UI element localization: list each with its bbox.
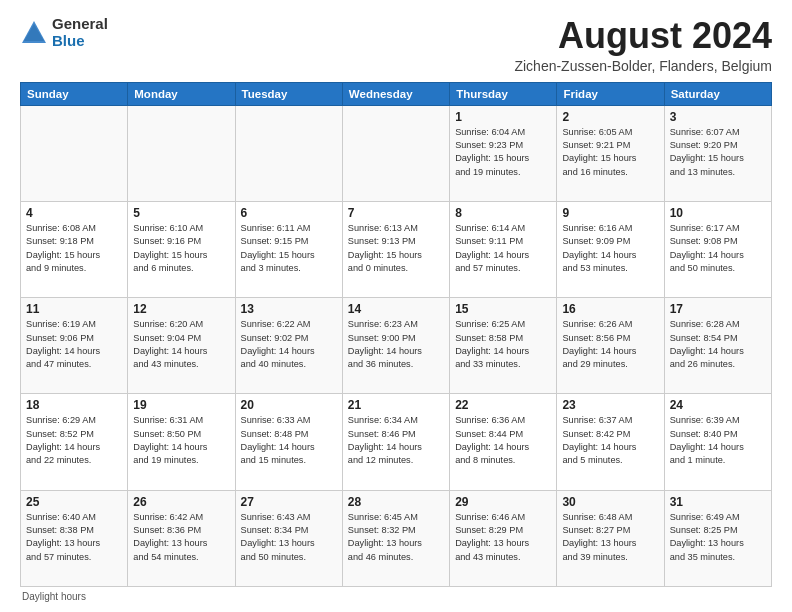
table-cell: 21Sunrise: 6:34 AM Sunset: 8:46 PM Dayli… (342, 394, 449, 490)
day-info: Sunrise: 6:23 AM Sunset: 9:00 PM Dayligh… (348, 318, 444, 371)
day-number: 9 (562, 206, 658, 220)
page: General Blue August 2024 Zichen-Zussen-B… (0, 0, 792, 612)
table-cell: 18Sunrise: 6:29 AM Sunset: 8:52 PM Dayli… (21, 394, 128, 490)
day-info: Sunrise: 6:10 AM Sunset: 9:16 PM Dayligh… (133, 222, 229, 275)
col-friday: Friday (557, 82, 664, 105)
table-cell (342, 105, 449, 201)
day-number: 26 (133, 495, 229, 509)
table-cell: 4Sunrise: 6:08 AM Sunset: 9:18 PM Daylig… (21, 201, 128, 297)
day-info: Sunrise: 6:43 AM Sunset: 8:34 PM Dayligh… (241, 511, 337, 564)
day-info: Sunrise: 6:29 AM Sunset: 8:52 PM Dayligh… (26, 414, 122, 467)
table-cell: 8Sunrise: 6:14 AM Sunset: 9:11 PM Daylig… (450, 201, 557, 297)
day-number: 5 (133, 206, 229, 220)
logo-blue-text: Blue (52, 32, 85, 49)
title-block: August 2024 Zichen-Zussen-Bolder, Flande… (514, 16, 772, 74)
table-cell: 29Sunrise: 6:46 AM Sunset: 8:29 PM Dayli… (450, 490, 557, 586)
day-info: Sunrise: 6:20 AM Sunset: 9:04 PM Dayligh… (133, 318, 229, 371)
day-number: 22 (455, 398, 551, 412)
table-cell: 10Sunrise: 6:17 AM Sunset: 9:08 PM Dayli… (664, 201, 771, 297)
month-title: August 2024 (514, 16, 772, 56)
day-info: Sunrise: 6:07 AM Sunset: 9:20 PM Dayligh… (670, 126, 766, 179)
day-info: Sunrise: 6:08 AM Sunset: 9:18 PM Dayligh… (26, 222, 122, 275)
day-number: 30 (562, 495, 658, 509)
table-cell: 16Sunrise: 6:26 AM Sunset: 8:56 PM Dayli… (557, 298, 664, 394)
day-number: 28 (348, 495, 444, 509)
table-cell: 14Sunrise: 6:23 AM Sunset: 9:00 PM Dayli… (342, 298, 449, 394)
col-saturday: Saturday (664, 82, 771, 105)
day-info: Sunrise: 6:14 AM Sunset: 9:11 PM Dayligh… (455, 222, 551, 275)
logo-general-text: General (52, 15, 108, 32)
table-cell: 19Sunrise: 6:31 AM Sunset: 8:50 PM Dayli… (128, 394, 235, 490)
day-info: Sunrise: 6:25 AM Sunset: 8:58 PM Dayligh… (455, 318, 551, 371)
day-number: 14 (348, 302, 444, 316)
day-number: 29 (455, 495, 551, 509)
logo-text: General Blue (52, 16, 108, 49)
day-info: Sunrise: 6:19 AM Sunset: 9:06 PM Dayligh… (26, 318, 122, 371)
day-number: 1 (455, 110, 551, 124)
day-info: Sunrise: 6:37 AM Sunset: 8:42 PM Dayligh… (562, 414, 658, 467)
col-monday: Monday (128, 82, 235, 105)
day-number: 8 (455, 206, 551, 220)
week-row-4: 18Sunrise: 6:29 AM Sunset: 8:52 PM Dayli… (21, 394, 772, 490)
day-info: Sunrise: 6:45 AM Sunset: 8:32 PM Dayligh… (348, 511, 444, 564)
week-row-5: 25Sunrise: 6:40 AM Sunset: 8:38 PM Dayli… (21, 490, 772, 586)
col-sunday: Sunday (21, 82, 128, 105)
day-info: Sunrise: 6:04 AM Sunset: 9:23 PM Dayligh… (455, 126, 551, 179)
table-cell: 5Sunrise: 6:10 AM Sunset: 9:16 PM Daylig… (128, 201, 235, 297)
calendar-table: Sunday Monday Tuesday Wednesday Thursday… (20, 82, 772, 587)
day-number: 31 (670, 495, 766, 509)
day-number: 24 (670, 398, 766, 412)
table-cell: 7Sunrise: 6:13 AM Sunset: 9:13 PM Daylig… (342, 201, 449, 297)
table-cell: 17Sunrise: 6:28 AM Sunset: 8:54 PM Dayli… (664, 298, 771, 394)
table-cell (21, 105, 128, 201)
table-cell: 28Sunrise: 6:45 AM Sunset: 8:32 PM Dayli… (342, 490, 449, 586)
day-info: Sunrise: 6:28 AM Sunset: 8:54 PM Dayligh… (670, 318, 766, 371)
table-cell: 31Sunrise: 6:49 AM Sunset: 8:25 PM Dayli… (664, 490, 771, 586)
col-tuesday: Tuesday (235, 82, 342, 105)
day-number: 6 (241, 206, 337, 220)
day-number: 15 (455, 302, 551, 316)
day-info: Sunrise: 6:39 AM Sunset: 8:40 PM Dayligh… (670, 414, 766, 467)
col-thursday: Thursday (450, 82, 557, 105)
week-row-3: 11Sunrise: 6:19 AM Sunset: 9:06 PM Dayli… (21, 298, 772, 394)
footer-note: Daylight hours (20, 591, 772, 602)
day-number: 18 (26, 398, 122, 412)
day-number: 12 (133, 302, 229, 316)
day-info: Sunrise: 6:05 AM Sunset: 9:21 PM Dayligh… (562, 126, 658, 179)
day-number: 2 (562, 110, 658, 124)
table-cell: 22Sunrise: 6:36 AM Sunset: 8:44 PM Dayli… (450, 394, 557, 490)
table-cell: 3Sunrise: 6:07 AM Sunset: 9:20 PM Daylig… (664, 105, 771, 201)
table-cell: 12Sunrise: 6:20 AM Sunset: 9:04 PM Dayli… (128, 298, 235, 394)
day-info: Sunrise: 6:36 AM Sunset: 8:44 PM Dayligh… (455, 414, 551, 467)
location-title: Zichen-Zussen-Bolder, Flanders, Belgium (514, 58, 772, 74)
table-cell: 11Sunrise: 6:19 AM Sunset: 9:06 PM Dayli… (21, 298, 128, 394)
day-number: 10 (670, 206, 766, 220)
table-cell: 26Sunrise: 6:42 AM Sunset: 8:36 PM Dayli… (128, 490, 235, 586)
day-number: 17 (670, 302, 766, 316)
day-info: Sunrise: 6:33 AM Sunset: 8:48 PM Dayligh… (241, 414, 337, 467)
col-wednesday: Wednesday (342, 82, 449, 105)
table-cell: 9Sunrise: 6:16 AM Sunset: 9:09 PM Daylig… (557, 201, 664, 297)
table-cell: 25Sunrise: 6:40 AM Sunset: 8:38 PM Dayli… (21, 490, 128, 586)
day-number: 19 (133, 398, 229, 412)
table-cell: 30Sunrise: 6:48 AM Sunset: 8:27 PM Dayli… (557, 490, 664, 586)
header: General Blue August 2024 Zichen-Zussen-B… (20, 16, 772, 74)
day-number: 13 (241, 302, 337, 316)
table-cell: 20Sunrise: 6:33 AM Sunset: 8:48 PM Dayli… (235, 394, 342, 490)
week-row-2: 4Sunrise: 6:08 AM Sunset: 9:18 PM Daylig… (21, 201, 772, 297)
day-info: Sunrise: 6:31 AM Sunset: 8:50 PM Dayligh… (133, 414, 229, 467)
day-info: Sunrise: 6:22 AM Sunset: 9:02 PM Dayligh… (241, 318, 337, 371)
table-cell (128, 105, 235, 201)
day-info: Sunrise: 6:46 AM Sunset: 8:29 PM Dayligh… (455, 511, 551, 564)
svg-marker-1 (24, 24, 44, 41)
day-info: Sunrise: 6:16 AM Sunset: 9:09 PM Dayligh… (562, 222, 658, 275)
day-info: Sunrise: 6:40 AM Sunset: 8:38 PM Dayligh… (26, 511, 122, 564)
day-info: Sunrise: 6:26 AM Sunset: 8:56 PM Dayligh… (562, 318, 658, 371)
day-info: Sunrise: 6:42 AM Sunset: 8:36 PM Dayligh… (133, 511, 229, 564)
day-number: 27 (241, 495, 337, 509)
table-cell: 23Sunrise: 6:37 AM Sunset: 8:42 PM Dayli… (557, 394, 664, 490)
day-number: 25 (26, 495, 122, 509)
table-cell: 15Sunrise: 6:25 AM Sunset: 8:58 PM Dayli… (450, 298, 557, 394)
day-info: Sunrise: 6:49 AM Sunset: 8:25 PM Dayligh… (670, 511, 766, 564)
table-cell: 6Sunrise: 6:11 AM Sunset: 9:15 PM Daylig… (235, 201, 342, 297)
